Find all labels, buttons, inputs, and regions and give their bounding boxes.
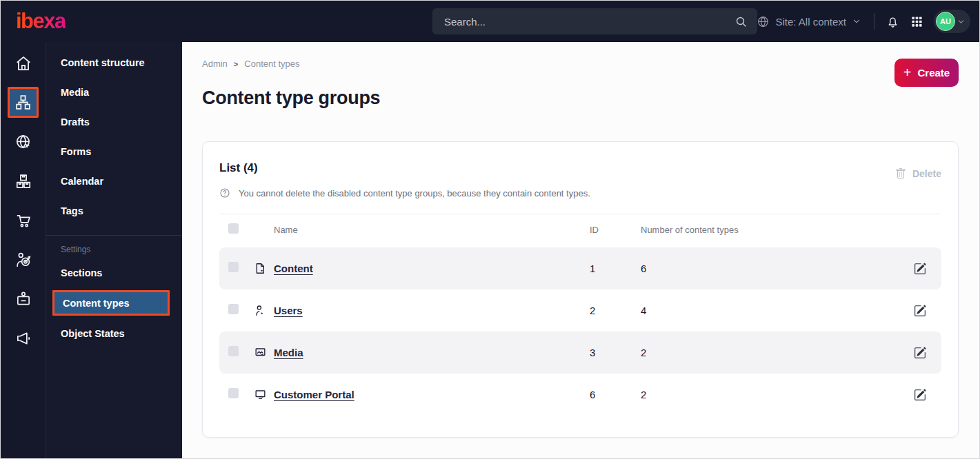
user-edit-icon: [254, 304, 274, 317]
create-button[interactable]: + Create: [894, 59, 959, 87]
sidebar-item-object-states[interactable]: Object States: [46, 318, 182, 348]
group-count: 2: [641, 347, 914, 358]
globe-icon: [757, 15, 770, 28]
group-id: 1: [590, 263, 641, 274]
sidebar: Content structure Media Drafts Forms Cal…: [46, 42, 182, 458]
image-edit-icon: [254, 346, 274, 359]
notifications-bell-icon[interactable]: [886, 14, 900, 29]
rail-item-admin[interactable]: [8, 283, 39, 314]
group-count: 6: [641, 263, 914, 274]
rail-item-content[interactable]: [8, 87, 39, 118]
group-link-users[interactable]: Users: [274, 305, 303, 316]
badge-icon: [14, 290, 32, 308]
site-context-label: Site: All context: [775, 16, 846, 28]
info-message-text: You cannot delete the disabled content t…: [239, 188, 590, 198]
sidebar-item-sections[interactable]: Sections: [46, 258, 182, 287]
sidebar-item-content-types[interactable]: Content types: [52, 290, 170, 316]
group-id: 2: [590, 305, 641, 316]
table-row: Media 3 2: [219, 332, 941, 374]
content-structure-icon: [14, 94, 32, 111]
breadcrumb: Admin > Content types: [202, 59, 300, 69]
chevron-down-icon: [852, 17, 861, 26]
icon-rail: [1, 42, 46, 458]
plus-icon: +: [903, 65, 912, 79]
edit-group-button[interactable]: [914, 347, 930, 359]
home-icon: [14, 54, 32, 72]
breadcrumb-separator: >: [234, 60, 238, 68]
edit-group-button[interactable]: [914, 263, 930, 275]
rail-item-personalization[interactable]: [8, 244, 39, 275]
page-title: Content type groups: [202, 88, 380, 109]
avatar: AU: [936, 12, 955, 31]
user-menu[interactable]: AU: [934, 10, 970, 33]
breadcrumb-item-content-types: Content types: [244, 59, 299, 69]
edit-group-button[interactable]: [914, 389, 930, 401]
column-header-count: Number of content types: [641, 225, 914, 235]
list-title: List (4): [219, 161, 258, 175]
group-count: 2: [641, 389, 914, 400]
megaphone-icon: [14, 329, 32, 347]
group-link-content[interactable]: Content: [274, 263, 313, 274]
sidebar-item-tags[interactable]: Tags: [46, 196, 182, 225]
globe-cursor-icon: [14, 133, 32, 151]
row-checkbox[interactable]: [228, 304, 239, 314]
monitor-edit-icon: [254, 388, 274, 401]
app-grid-icon[interactable]: [910, 15, 923, 28]
table-row: Users 2 4: [219, 289, 941, 332]
group-link-media[interactable]: Media: [274, 347, 303, 358]
group-id: 6: [590, 389, 641, 400]
group-link-customer-portal[interactable]: Customer Portal: [274, 389, 354, 400]
search-icon: [734, 15, 748, 28]
row-checkbox[interactable]: [228, 388, 239, 398]
help-circle-icon: [219, 187, 230, 198]
sidebar-settings-heading: Settings: [46, 236, 182, 258]
chevron-down-icon: [957, 17, 966, 26]
table-row: Content 1 6: [219, 247, 941, 289]
info-message: You cannot delete the disabled content t…: [219, 187, 941, 198]
boxes-icon: [14, 172, 32, 190]
topbar: ibexa Site: All context: [1, 1, 979, 42]
ibexa-logo: ibexa: [16, 10, 66, 33]
ibexa-admin-screen: ibexa Site: All context: [0, 0, 980, 459]
rail-item-product-catalog[interactable]: [8, 165, 39, 196]
file-edit-icon: [254, 262, 274, 275]
delete-button[interactable]: Delete: [895, 168, 941, 179]
breadcrumb-item-admin[interactable]: Admin: [202, 59, 228, 69]
row-checkbox[interactable]: [228, 262, 239, 272]
cart-icon: [14, 212, 32, 229]
create-button-label: Create: [917, 67, 950, 79]
sidebar-item-media[interactable]: Media: [46, 77, 182, 107]
rail-item-commerce[interactable]: [8, 205, 39, 236]
content-type-groups-card: List (4) Delete You cannot delete the di…: [202, 141, 959, 438]
sidebar-item-forms[interactable]: Forms: [46, 136, 182, 166]
table-row: Customer Portal 6 2: [219, 374, 941, 416]
rail-item-dashboard[interactable]: [8, 48, 39, 79]
group-id: 3: [590, 347, 641, 358]
sidebar-item-drafts[interactable]: Drafts: [46, 107, 182, 136]
search-input[interactable]: [444, 16, 734, 28]
row-checkbox[interactable]: [228, 346, 239, 356]
table-header: Name ID Number of content types: [219, 214, 941, 245]
trash-icon: [895, 168, 906, 179]
table-body: Content 1 6 Users 2 4: [219, 247, 941, 416]
group-count: 4: [641, 305, 914, 316]
rail-item-marketing[interactable]: [8, 323, 39, 354]
topbar-right: Site: All context AU: [757, 1, 970, 42]
edit-group-button[interactable]: [914, 305, 930, 317]
select-all-checkbox[interactable]: [228, 223, 239, 234]
sidebar-item-content-structure[interactable]: Content structure: [46, 48, 182, 77]
main-content: Admin > Content types + Create Content t…: [182, 42, 979, 458]
rail-item-site[interactable]: [8, 126, 39, 157]
topbar-divider: [874, 13, 874, 30]
site-context-selector[interactable]: Site: All context: [757, 15, 861, 28]
column-header-name: Name: [274, 225, 590, 235]
global-search[interactable]: [432, 8, 757, 34]
sidebar-item-calendar[interactable]: Calendar: [46, 166, 182, 196]
delete-button-label: Delete: [912, 168, 941, 179]
column-header-id: ID: [590, 225, 641, 235]
person-target-icon: [14, 251, 32, 269]
